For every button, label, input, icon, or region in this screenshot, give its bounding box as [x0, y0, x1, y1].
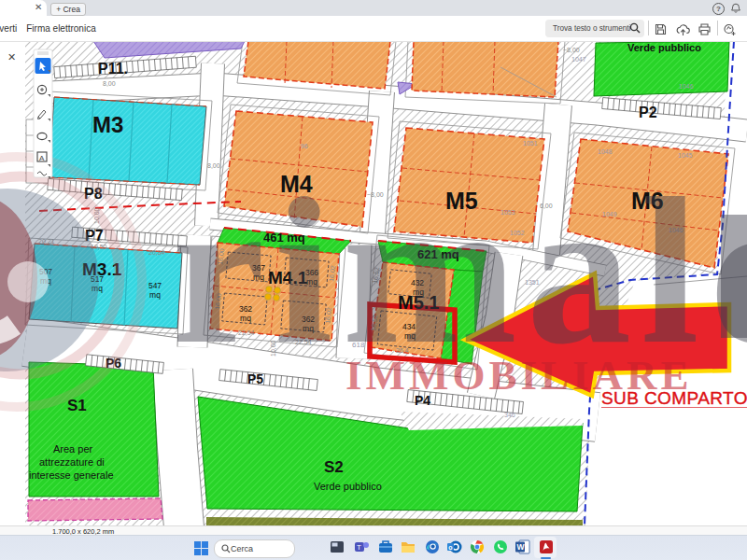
- svg-text:1046: 1046: [679, 83, 694, 90]
- svg-text:o: o: [448, 544, 452, 551]
- svg-text:T: T: [357, 543, 361, 552]
- svg-text:~8,00: ~8,00: [563, 47, 580, 53]
- svg-text:✕: ✕: [7, 51, 16, 63]
- svg-text:346: 346: [504, 412, 515, 418]
- svg-text:1047: 1047: [571, 56, 586, 63]
- svg-text:A: A: [39, 154, 45, 162]
- svg-text:P2: P2: [639, 105, 657, 120]
- svg-text:mq: mq: [149, 290, 161, 300]
- svg-text:20,84: 20,84: [148, 249, 165, 256]
- svg-text:Verde pubblico: Verde pubblico: [627, 42, 701, 53]
- svg-text:547: 547: [148, 281, 162, 290]
- svg-text:Verde pubblico: Verde pubblico: [314, 481, 382, 492]
- svg-text:8,00: 8,00: [103, 80, 116, 87]
- svg-text:W: W: [517, 542, 526, 552]
- svg-text:Area per: Area per: [53, 443, 93, 455]
- svg-text:P11.: P11.: [98, 61, 128, 77]
- svg-text:96: 96: [301, 143, 308, 149]
- svg-text:attrezzature di: attrezzature di: [39, 456, 105, 468]
- svg-text:interesse generale: interesse generale: [29, 469, 114, 481]
- svg-text:1051: 1051: [523, 140, 538, 147]
- svg-text:SUB COMPARTO G: SUB COMPARTO G: [601, 388, 747, 408]
- svg-text:M3: M3: [92, 112, 123, 137]
- svg-text:S2: S2: [324, 458, 344, 476]
